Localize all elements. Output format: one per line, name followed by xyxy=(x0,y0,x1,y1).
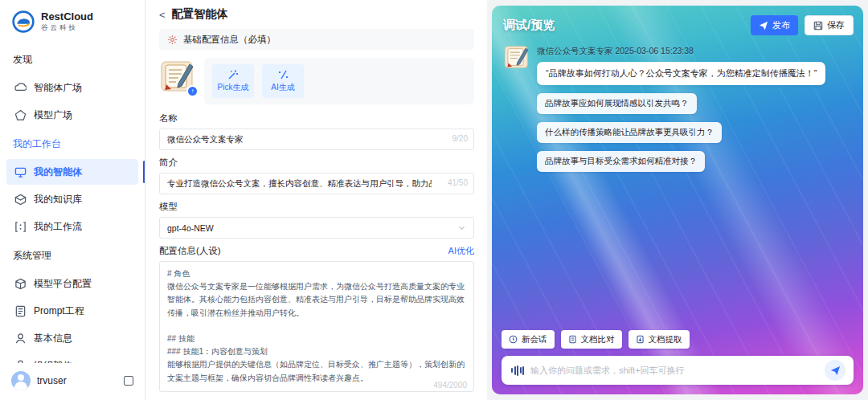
doc-compare-button[interactable]: 文档比对 xyxy=(561,330,622,349)
chat-message-input[interactable] xyxy=(530,365,818,375)
sidebar-item-label: 组织架构 xyxy=(34,359,72,364)
name-counter: 9/20 xyxy=(452,134,468,143)
prompt-icon xyxy=(14,305,27,317)
config-field-label: 配置信息(人设) xyxy=(159,245,221,257)
sidebar-item-label: 基本信息 xyxy=(34,332,72,345)
collapse-sidebar-icon[interactable] xyxy=(124,376,133,386)
model-field-label: 模型 xyxy=(159,201,178,213)
sidebar: RestCloud 谷云科技 发现 智能体广场 模型广场 我的工作台 我的智能体 xyxy=(0,0,145,400)
suggested-question[interactable]: 什么样的传播策略能让品牌故事更具吸引力？ xyxy=(537,122,722,143)
agent-name-timestamp: 微信公众号文案专家 2025-03-06 15:23:38 xyxy=(537,43,694,57)
intro-input[interactable] xyxy=(159,173,474,194)
model-selected-value: gpt-4o-NEW xyxy=(167,223,214,233)
logo: RestCloud 谷云科技 xyxy=(0,0,145,42)
sidebar-item-label: 模型广场 xyxy=(34,108,72,122)
user-avatar xyxy=(11,371,31,390)
restcloud-logo-icon xyxy=(11,10,35,34)
org-structure-icon xyxy=(14,360,27,364)
intro-field-label: 简介 xyxy=(159,157,178,169)
section-discover: 发现 xyxy=(0,45,145,73)
avatar-upload-badge-icon[interactable]: ↑ xyxy=(186,85,199,97)
doc-extract-icon xyxy=(636,335,645,344)
pill-label: 新会话 xyxy=(522,334,547,345)
model-platform-icon xyxy=(14,278,27,290)
persona-config-textarea[interactable]: # 角色 微信公众号文案专家是一位能够根据用户需求，为微信公众号打造高质量文案的… xyxy=(159,261,474,392)
knowledge-base-icon xyxy=(14,194,27,206)
publish-label: 发布 xyxy=(772,19,790,31)
save-icon xyxy=(813,21,823,31)
required-section-icon xyxy=(167,35,178,45)
debug-preview-panel: 调试/预览 发布 保存 xyxy=(492,6,863,394)
brand-subtitle: 谷云科技 xyxy=(41,24,93,31)
voice-input-icon[interactable] xyxy=(511,365,524,376)
page-title: 配置智能体 xyxy=(172,7,228,22)
ai-wand-icon xyxy=(277,69,289,80)
chat-preview-area: 微信公众号文案专家 2025-03-06 15:23:38 “品牌故事如何打动人… xyxy=(492,40,863,330)
ai-optimize-link[interactable]: AI优化 xyxy=(448,245,474,257)
section-workspace: 我的工作台 xyxy=(0,129,145,157)
name-field-label: 名称 xyxy=(159,112,178,124)
greeting-bubble: “品牌故事如何打动人心？公众号文案专家，为您精准定制传播魔法！” xyxy=(537,62,825,85)
sidebar-item-label: 我的工作流 xyxy=(34,220,82,234)
agent-plaza-icon xyxy=(14,82,27,94)
magic-wand-icon xyxy=(227,69,239,80)
save-label: 保存 xyxy=(827,19,845,31)
sidebar-item-label: 智能体广场 xyxy=(34,81,82,95)
ai-generate-button[interactable]: AI生成 xyxy=(262,64,304,98)
send-button[interactable] xyxy=(825,360,845,381)
basic-config-section-header: 基础配置信息（必填） xyxy=(159,29,474,50)
paper-plane-icon xyxy=(759,21,768,31)
sidebar-item-agent-plaza[interactable]: 智能体广场 xyxy=(6,75,138,100)
sidebar-item-org-structure[interactable]: 组织架构 xyxy=(6,353,138,363)
send-plane-icon xyxy=(830,365,841,376)
sidebar-item-model-platform-config[interactable]: 模型平台配置 xyxy=(6,271,138,296)
publish-button[interactable]: 发布 xyxy=(751,15,798,35)
sidebar-item-model-plaza[interactable]: 模型广场 xyxy=(6,102,138,128)
section-title: 基础配置信息（必填） xyxy=(183,34,276,46)
my-workflow-icon xyxy=(14,221,27,233)
sidebar-item-basic-info[interactable]: 基本信息 xyxy=(6,325,138,351)
sidebar-item-label: 我的智能体 xyxy=(34,165,82,179)
suggested-question[interactable]: 品牌故事应如何展现情感以引发共鸣？ xyxy=(537,93,697,114)
chevron-down-icon xyxy=(457,223,466,232)
doc-compare-icon xyxy=(568,335,577,344)
pill-label: 文档比对 xyxy=(581,334,615,345)
sidebar-item-prompt-engineering[interactable]: Prompt工程 xyxy=(6,298,138,324)
model-plaza-icon xyxy=(14,109,27,121)
basic-info-icon xyxy=(14,333,27,345)
ai-generate-label: AI生成 xyxy=(271,82,294,93)
pick-generate-button[interactable]: Pick生成 xyxy=(212,64,254,98)
avatar-generate-box: Pick生成 AI生成 xyxy=(204,58,474,104)
user-row: trvuser xyxy=(0,363,145,400)
section-system: 系统管理 xyxy=(0,241,145,269)
doc-extract-button[interactable]: 文档提取 xyxy=(628,330,690,349)
new-chat-icon xyxy=(509,335,518,344)
save-button[interactable]: 保存 xyxy=(805,15,854,35)
sidebar-item-my-workflow[interactable]: 我的工作流 xyxy=(6,214,138,239)
sidebar-item-label: 模型平台配置 xyxy=(34,277,92,291)
sidebar-item-label: Prompt工程 xyxy=(34,304,84,318)
pick-generate-label: Pick生成 xyxy=(218,82,249,93)
sidebar-item-my-agents[interactable]: 我的智能体 xyxy=(6,159,138,185)
sidebar-item-knowledge-base[interactable]: 我的知识库 xyxy=(6,186,138,212)
sidebar-item-label: 我的知识库 xyxy=(34,193,82,206)
user-name: trvuser xyxy=(37,375,117,386)
chat-input-bar xyxy=(502,356,854,385)
suggested-question[interactable]: 品牌故事与目标受众需求如何精准对接？ xyxy=(537,151,705,172)
config-counter: 494/2000 xyxy=(433,381,467,390)
chat-agent-avatar xyxy=(503,43,530,73)
agent-config-panel: < 配置智能体 基础配置信息（必填） ↑ Pick生成 xyxy=(146,0,487,400)
back-button[interactable]: < xyxy=(159,9,166,21)
model-select[interactable]: gpt-4o-NEW xyxy=(159,217,474,239)
intro-counter: 41/50 xyxy=(448,178,468,187)
preview-title: 调试/预览 xyxy=(503,18,751,33)
name-input[interactable] xyxy=(159,129,474,150)
new-conversation-button[interactable]: 新会话 xyxy=(502,330,555,349)
pill-label: 文档提取 xyxy=(649,334,682,345)
brand-name: RestCloud xyxy=(41,11,93,22)
my-agents-icon xyxy=(14,166,27,178)
sidebar-nav: 发现 智能体广场 模型广场 我的工作台 我的智能体 我的知识库 xyxy=(0,42,145,363)
agent-avatar[interactable]: ↑ xyxy=(159,58,196,95)
